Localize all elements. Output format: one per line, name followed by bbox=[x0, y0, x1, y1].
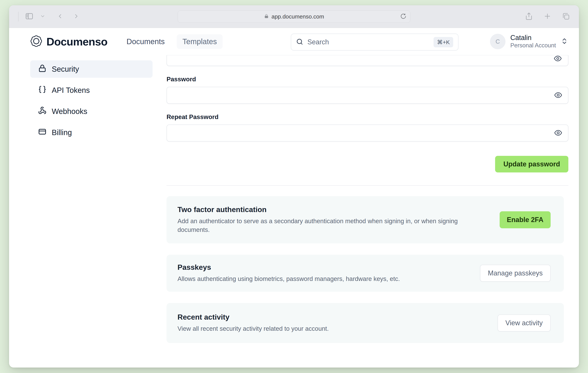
sidebar-item-label: API Tokens bbox=[52, 86, 90, 94]
sidebar-item-billing[interactable]: Billing bbox=[30, 124, 153, 141]
back-button-icon[interactable] bbox=[57, 13, 63, 20]
forward-button-icon[interactable] bbox=[73, 13, 80, 20]
sidebar-item-security[interactable]: Security bbox=[30, 60, 153, 78]
section-description: Allows authenticating using biometrics, … bbox=[178, 274, 400, 283]
passkeys-card: Passkeys Allows authenticating using bio… bbox=[167, 255, 564, 292]
sidebar-toggle-icon[interactable] bbox=[25, 12, 34, 21]
search-icon bbox=[296, 38, 303, 46]
toolbar-divider bbox=[18, 12, 19, 21]
avatar: C bbox=[490, 34, 505, 49]
password-label: Password bbox=[167, 75, 568, 83]
tab-overview-icon[interactable] bbox=[562, 12, 570, 21]
manage-passkeys-button[interactable]: Manage passkeys bbox=[480, 265, 551, 282]
account-menu[interactable]: C Catalin Personal Account bbox=[490, 28, 568, 55]
sidebar-item-label: Security bbox=[52, 65, 79, 73]
current-password-field-clipped[interactable] bbox=[167, 55, 568, 66]
address-bar[interactable]: app.documenso.com bbox=[178, 10, 410, 23]
share-icon[interactable] bbox=[525, 12, 533, 21]
sidebar-item-label: Webhooks bbox=[52, 107, 87, 116]
toggle-password-visibility-button[interactable] bbox=[554, 55, 562, 63]
documenso-logo-icon bbox=[30, 35, 42, 48]
braces-icon bbox=[38, 85, 46, 95]
reload-icon[interactable] bbox=[400, 13, 406, 20]
url-text: app.documenso.com bbox=[272, 13, 324, 20]
recent-activity-card: Recent activity View all recent security… bbox=[167, 303, 564, 343]
search-shortcut-badge: ⌘+K bbox=[433, 37, 453, 47]
eye-icon bbox=[554, 129, 562, 138]
chevrons-up-down-icon bbox=[561, 38, 568, 45]
two-factor-authentication-card: Two factor authentication Add an authent… bbox=[167, 196, 564, 243]
logo-wordmark: Documenso bbox=[46, 35, 107, 48]
search-placeholder: Search bbox=[307, 38, 329, 46]
section-title: Two factor authentication bbox=[178, 205, 476, 214]
app-header: Documenso Documents Templates Search ⌘+K… bbox=[9, 28, 579, 55]
documenso-logo[interactable]: Documenso bbox=[30, 35, 107, 48]
update-password-button[interactable]: Update password bbox=[495, 156, 568, 172]
password-input[interactable] bbox=[167, 87, 568, 104]
sidebar-item-webhooks[interactable]: Webhooks bbox=[30, 103, 153, 120]
browser-window: app.documenso.com bbox=[9, 5, 579, 368]
primary-nav: Documents Templates bbox=[125, 28, 223, 55]
sidebar-item-api-tokens[interactable]: API Tokens bbox=[30, 81, 153, 99]
nav-templates[interactable]: Templates bbox=[177, 34, 222, 49]
toggle-password-visibility-button[interactable] bbox=[554, 129, 562, 137]
new-tab-icon[interactable] bbox=[544, 12, 551, 21]
repeat-password-label: Repeat Password bbox=[167, 113, 568, 121]
eye-icon bbox=[554, 91, 562, 100]
eye-icon bbox=[554, 54, 562, 63]
toolbar-chevron-down-icon[interactable] bbox=[40, 14, 45, 20]
webhook-icon bbox=[38, 106, 46, 116]
section-description: Add an authenticator to serve as a secon… bbox=[178, 217, 476, 234]
account-type: Personal Account bbox=[510, 42, 556, 49]
section-title: Recent activity bbox=[178, 313, 329, 321]
repeat-password-input[interactable] bbox=[167, 124, 568, 141]
settings-sidebar: Security API Tokens Webhooks Billing bbox=[30, 60, 153, 145]
sidebar-item-label: Billing bbox=[52, 128, 72, 137]
lock-icon bbox=[38, 64, 46, 74]
nav-documents[interactable]: Documents bbox=[125, 34, 166, 49]
search-input[interactable]: Search ⌘+K bbox=[291, 34, 459, 50]
enable-2fa-button[interactable]: Enable 2FA bbox=[500, 211, 551, 228]
tls-lock-icon bbox=[264, 14, 269, 20]
section-divider bbox=[167, 185, 568, 186]
account-name: Catalin bbox=[510, 34, 556, 42]
section-description: View all recent security activity relate… bbox=[178, 324, 329, 333]
credit-card-icon bbox=[38, 128, 46, 138]
toggle-password-visibility-button[interactable] bbox=[554, 91, 562, 100]
browser-toolbar: app.documenso.com bbox=[9, 5, 579, 28]
section-title: Passkeys bbox=[178, 263, 400, 272]
view-activity-button[interactable]: View activity bbox=[498, 314, 551, 332]
security-settings-main: Password Repeat Password Update password bbox=[167, 55, 568, 343]
